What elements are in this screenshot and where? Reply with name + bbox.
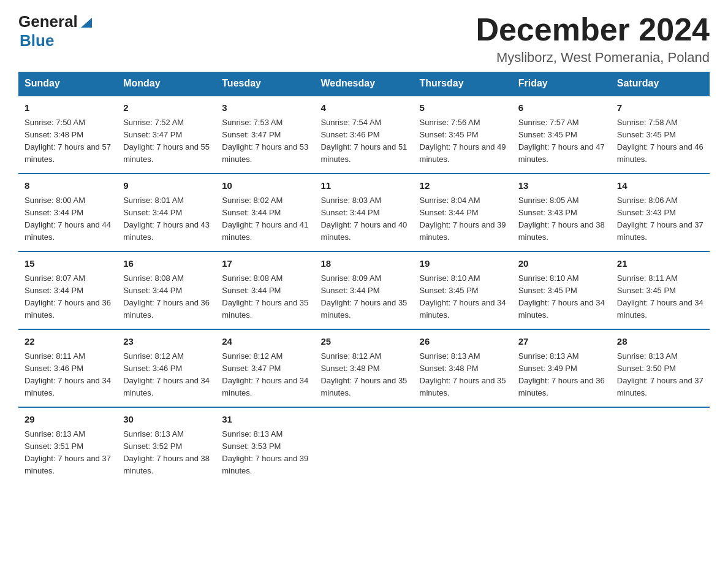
- weekday-header-thursday: Thursday: [414, 72, 512, 96]
- day-cell-8: 8Sunrise: 8:00 AMSunset: 3:44 PMDaylight…: [18, 174, 117, 251]
- logo-triangle-icon: [80, 15, 93, 29]
- day-cell-27: 27Sunrise: 8:13 AMSunset: 3:49 PMDayligh…: [512, 329, 611, 407]
- weekday-header-friday: Friday: [512, 72, 611, 96]
- weekday-header-row: SundayMondayTuesdayWednesdayThursdayFrid…: [18, 72, 710, 96]
- day-info: Sunrise: 8:03 AMSunset: 3:44 PMDaylight:…: [320, 194, 407, 244]
- day-info: Sunrise: 7:54 AMSunset: 3:46 PMDaylight:…: [320, 117, 407, 166]
- week-row-4: 22Sunrise: 8:11 AMSunset: 3:46 PMDayligh…: [18, 329, 710, 407]
- day-number: 11: [320, 179, 407, 193]
- day-info: Sunrise: 8:02 AMSunset: 3:44 PMDaylight:…: [222, 194, 308, 244]
- day-cell-29: 29Sunrise: 8:13 AMSunset: 3:51 PMDayligh…: [18, 407, 117, 484]
- day-number: 7: [617, 101, 703, 115]
- day-info: Sunrise: 8:10 AMSunset: 3:45 PMDaylight:…: [518, 272, 605, 322]
- day-number: 14: [617, 179, 703, 193]
- day-info: Sunrise: 8:08 AMSunset: 3:44 PMDaylight:…: [222, 272, 308, 322]
- location-subtitle: Mysliborz, West Pomerania, Poland: [476, 50, 710, 66]
- day-cell-14: 14Sunrise: 8:06 AMSunset: 3:43 PMDayligh…: [611, 174, 710, 251]
- day-cell-5: 5Sunrise: 7:56 AMSunset: 3:45 PMDaylight…: [414, 96, 512, 174]
- day-number: 12: [420, 179, 506, 193]
- week-row-2: 8Sunrise: 8:00 AMSunset: 3:44 PMDaylight…: [18, 174, 710, 251]
- empty-cell: [314, 407, 413, 484]
- day-cell-2: 2Sunrise: 7:52 AMSunset: 3:47 PMDaylight…: [117, 96, 216, 174]
- day-info: Sunrise: 8:06 AMSunset: 3:43 PMDaylight:…: [617, 194, 703, 244]
- day-number: 26: [420, 335, 506, 349]
- day-number: 19: [420, 257, 506, 271]
- day-cell-23: 23Sunrise: 8:12 AMSunset: 3:46 PMDayligh…: [117, 329, 216, 407]
- day-cell-10: 10Sunrise: 8:02 AMSunset: 3:44 PMDayligh…: [216, 174, 314, 251]
- week-row-5: 29Sunrise: 8:13 AMSunset: 3:51 PMDayligh…: [18, 407, 710, 484]
- day-info: Sunrise: 8:12 AMSunset: 3:47 PMDaylight:…: [222, 350, 308, 400]
- logo-general-text: General: [18, 12, 78, 31]
- day-cell-30: 30Sunrise: 8:13 AMSunset: 3:52 PMDayligh…: [117, 407, 216, 484]
- day-info: Sunrise: 8:12 AMSunset: 3:48 PMDaylight:…: [320, 350, 407, 400]
- day-info: Sunrise: 8:07 AMSunset: 3:44 PMDaylight:…: [25, 272, 111, 322]
- day-info: Sunrise: 8:11 AMSunset: 3:45 PMDaylight:…: [617, 272, 703, 322]
- day-number: 22: [25, 335, 111, 349]
- day-cell-18: 18Sunrise: 8:09 AMSunset: 3:44 PMDayligh…: [314, 251, 413, 329]
- day-cell-19: 19Sunrise: 8:10 AMSunset: 3:45 PMDayligh…: [414, 251, 512, 329]
- weekday-header-monday: Monday: [117, 72, 216, 96]
- day-cell-20: 20Sunrise: 8:10 AMSunset: 3:45 PMDayligh…: [512, 251, 611, 329]
- day-number: 5: [420, 101, 506, 115]
- day-info: Sunrise: 7:56 AMSunset: 3:45 PMDaylight:…: [420, 117, 506, 166]
- day-number: 28: [617, 335, 703, 349]
- empty-cell: [414, 407, 512, 484]
- day-cell-12: 12Sunrise: 8:04 AMSunset: 3:44 PMDayligh…: [414, 174, 512, 251]
- day-number: 9: [123, 179, 210, 193]
- day-info: Sunrise: 7:57 AMSunset: 3:45 PMDaylight:…: [518, 117, 605, 166]
- day-number: 30: [123, 413, 210, 427]
- day-number: 31: [222, 413, 308, 427]
- day-number: 21: [617, 257, 703, 271]
- day-info: Sunrise: 8:00 AMSunset: 3:44 PMDaylight:…: [25, 194, 111, 244]
- day-info: Sunrise: 8:10 AMSunset: 3:45 PMDaylight:…: [420, 272, 506, 322]
- day-info: Sunrise: 8:13 AMSunset: 3:53 PMDaylight:…: [222, 428, 308, 478]
- day-cell-7: 7Sunrise: 7:58 AMSunset: 3:45 PMDaylight…: [611, 96, 710, 174]
- day-number: 20: [518, 257, 605, 271]
- day-number: 27: [518, 335, 605, 349]
- day-cell-13: 13Sunrise: 8:05 AMSunset: 3:43 PMDayligh…: [512, 174, 611, 251]
- page-header: General Blue December 2024 Mysliborz, We…: [18, 12, 710, 66]
- day-cell-1: 1Sunrise: 7:50 AMSunset: 3:48 PMDaylight…: [18, 96, 117, 174]
- day-number: 15: [25, 257, 111, 271]
- day-cell-3: 3Sunrise: 7:53 AMSunset: 3:47 PMDaylight…: [216, 96, 314, 174]
- day-cell-6: 6Sunrise: 7:57 AMSunset: 3:45 PMDaylight…: [512, 96, 611, 174]
- logo-blue-text: Blue: [20, 31, 54, 50]
- day-info: Sunrise: 8:04 AMSunset: 3:44 PMDaylight:…: [420, 194, 506, 244]
- day-info: Sunrise: 8:13 AMSunset: 3:51 PMDaylight:…: [25, 428, 111, 478]
- day-info: Sunrise: 8:13 AMSunset: 3:48 PMDaylight:…: [420, 350, 506, 400]
- day-cell-4: 4Sunrise: 7:54 AMSunset: 3:46 PMDaylight…: [314, 96, 413, 174]
- day-info: Sunrise: 8:05 AMSunset: 3:43 PMDaylight:…: [518, 194, 605, 244]
- day-number: 4: [320, 101, 407, 115]
- day-number: 24: [222, 335, 308, 349]
- day-cell-21: 21Sunrise: 8:11 AMSunset: 3:45 PMDayligh…: [611, 251, 710, 329]
- day-cell-28: 28Sunrise: 8:13 AMSunset: 3:50 PMDayligh…: [611, 329, 710, 407]
- week-row-3: 15Sunrise: 8:07 AMSunset: 3:44 PMDayligh…: [18, 251, 710, 329]
- week-row-1: 1Sunrise: 7:50 AMSunset: 3:48 PMDaylight…: [18, 96, 710, 174]
- day-cell-25: 25Sunrise: 8:12 AMSunset: 3:48 PMDayligh…: [314, 329, 413, 407]
- month-title: December 2024: [476, 12, 710, 47]
- day-info: Sunrise: 8:12 AMSunset: 3:46 PMDaylight:…: [123, 350, 210, 400]
- weekday-header-saturday: Saturday: [611, 72, 710, 96]
- empty-cell: [512, 407, 611, 484]
- day-number: 1: [25, 101, 111, 115]
- day-cell-11: 11Sunrise: 8:03 AMSunset: 3:44 PMDayligh…: [314, 174, 413, 251]
- day-cell-16: 16Sunrise: 8:08 AMSunset: 3:44 PMDayligh…: [117, 251, 216, 329]
- day-number: 13: [518, 179, 605, 193]
- day-number: 3: [222, 101, 308, 115]
- svg-marker-0: [81, 18, 92, 28]
- empty-cell: [611, 407, 710, 484]
- day-cell-17: 17Sunrise: 8:08 AMSunset: 3:44 PMDayligh…: [216, 251, 314, 329]
- day-cell-31: 31Sunrise: 8:13 AMSunset: 3:53 PMDayligh…: [216, 407, 314, 484]
- day-cell-26: 26Sunrise: 8:13 AMSunset: 3:48 PMDayligh…: [414, 329, 512, 407]
- day-number: 8: [25, 179, 111, 193]
- day-cell-15: 15Sunrise: 8:07 AMSunset: 3:44 PMDayligh…: [18, 251, 117, 329]
- day-number: 23: [123, 335, 210, 349]
- day-info: Sunrise: 8:13 AMSunset: 3:50 PMDaylight:…: [617, 350, 703, 400]
- day-number: 25: [320, 335, 407, 349]
- day-info: Sunrise: 8:01 AMSunset: 3:44 PMDaylight:…: [123, 194, 210, 244]
- title-block: December 2024 Mysliborz, West Pomerania,…: [476, 12, 710, 66]
- day-number: 10: [222, 179, 308, 193]
- day-number: 17: [222, 257, 308, 271]
- day-info: Sunrise: 8:08 AMSunset: 3:44 PMDaylight:…: [123, 272, 210, 322]
- day-cell-9: 9Sunrise: 8:01 AMSunset: 3:44 PMDaylight…: [117, 174, 216, 251]
